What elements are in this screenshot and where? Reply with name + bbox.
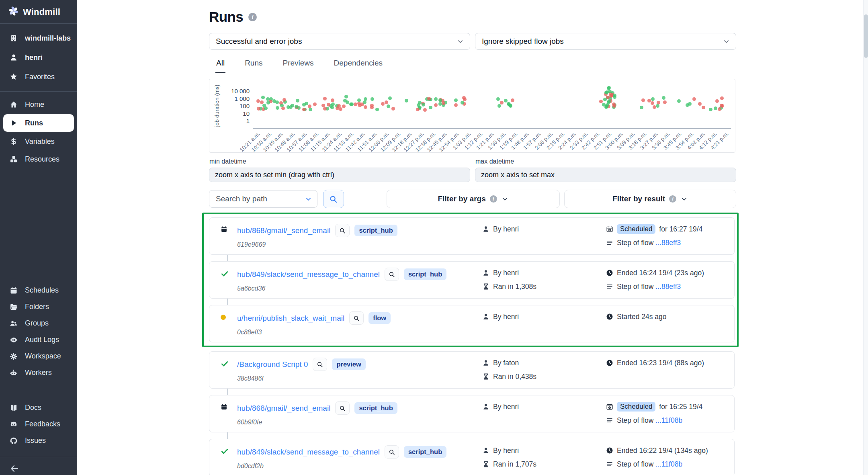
run-path-link[interactable]: hub/868/gmail/_send_email [237,404,330,413]
job-point[interactable] [385,100,388,104]
job-point[interactable] [434,97,438,101]
collapse-sidebar-button[interactable] [10,464,19,473]
sidebar-item-folders[interactable]: Folders [0,299,77,315]
job-point[interactable] [718,107,721,111]
job-point[interactable] [313,102,317,106]
brand[interactable]: Windmill [0,0,77,24]
run-path-link[interactable]: hub/868/gmail/_send_email [237,226,330,235]
run-card[interactable]: /Background Script 0preview38c8486fBy fa… [209,351,735,389]
job-point[interactable] [423,108,427,112]
job-point[interactable] [720,96,724,100]
sidebar-item-user[interactable]: henri [0,48,77,67]
flow-link[interactable]: ...88eff3 [655,239,681,247]
run-card[interactable]: hub/849/slack/send_message_to_channelscr… [209,261,735,299]
job-point[interactable] [283,98,286,102]
inspect-run-button[interactable] [385,445,399,459]
search-button[interactable] [323,190,344,208]
run-path-link[interactable]: /Background Script 0 [237,360,308,369]
job-point[interactable] [454,103,458,107]
job-point[interactable] [354,102,357,106]
job-point[interactable] [612,104,616,108]
job-point[interactable] [653,105,656,109]
sidebar-item-workspace-settings[interactable]: Workspace [0,348,77,364]
sidebar-item-groups[interactable]: Groups [0,315,77,332]
job-point[interactable] [442,101,445,105]
sidebar-item-workers[interactable]: Workers [0,364,77,381]
job-point[interactable] [463,98,467,101]
job-point[interactable] [656,104,659,108]
sidebar-item-feedbacks[interactable]: Feedbacks [0,416,77,432]
job-point[interactable] [339,107,342,111]
job-point[interactable] [350,102,354,106]
job-point[interactable] [709,108,712,111]
job-point[interactable] [416,108,420,111]
job-point[interactable] [331,98,334,102]
inspect-run-button[interactable] [349,311,364,325]
run-card[interactable]: hub/849/slack/send_message_to_channelscr… [209,439,735,475]
job-point[interactable] [692,97,696,101]
job-point[interactable] [308,104,311,108]
job-point[interactable] [640,106,643,109]
job-point[interactable] [344,95,348,98]
job-point[interactable] [504,99,508,102]
run-card[interactable]: u/henri/publish_slack_wait_mailflow0c88e… [209,305,735,342]
sidebar-item-issues[interactable]: Issues [0,432,77,449]
job-point[interactable] [364,97,367,101]
job-point[interactable] [511,98,514,102]
job-point[interactable] [500,101,504,104]
job-point[interactable] [289,105,293,109]
job-point[interactable] [429,106,432,109]
job-point[interactable] [677,99,681,103]
job-point[interactable] [651,97,655,101]
job-point[interactable] [323,107,327,111]
job-point[interactable] [302,103,306,106]
job-point[interactable] [605,90,609,94]
inspect-run-button[interactable] [385,268,399,281]
inspect-run-button[interactable] [335,224,350,237]
job-point[interactable] [662,96,665,100]
search-by-path-select[interactable]: Search by path [209,190,317,208]
inspect-run-button[interactable] [335,401,350,415]
job-point[interactable] [417,103,420,107]
job-point[interactable] [663,100,667,104]
job-point[interactable] [702,106,705,109]
sidebar-item-schedules[interactable]: Schedules [0,282,77,299]
job-point[interactable] [388,96,392,100]
job-point[interactable] [343,99,347,102]
job-point[interactable] [454,98,458,102]
job-kind-select[interactable]: Successful and error jobs [209,33,470,50]
job-point[interactable] [262,104,266,107]
skipped-flows-select[interactable]: Ignore skipped flow jobs [475,33,736,50]
job-point[interactable] [715,99,719,103]
job-point[interactable] [309,108,312,111]
job-point[interactable] [261,96,265,99]
job-point[interactable] [422,103,425,106]
run-card[interactable]: hub/868/gmail/_send_emailscript_hub60b9f… [209,395,735,432]
job-point[interactable] [686,103,689,107]
job-point[interactable] [496,97,500,101]
job-point[interactable] [599,100,603,103]
inspect-run-button[interactable] [313,358,327,371]
job-point[interactable] [438,98,442,102]
job-point[interactable] [603,98,607,101]
job-point[interactable] [256,99,260,103]
job-point[interactable] [331,102,335,106]
tab-all[interactable]: All [215,56,225,73]
max-datetime-input[interactable]: zoom x axis to set max [475,168,736,182]
job-point[interactable] [330,106,334,109]
run-path-link[interactable]: u/henri/publish_slack_wait_mail [237,314,344,323]
tab-runs[interactable]: Runs [244,56,263,73]
job-point[interactable] [323,97,327,100]
job-point[interactable] [266,101,270,104]
run-path-link[interactable]: hub/849/slack/send_message_to_channel [237,270,380,279]
sidebar-item-audit-logs[interactable]: Audit Logs [0,332,77,348]
job-point[interactable] [358,104,362,107]
job-point[interactable] [427,97,431,100]
job-point[interactable] [296,99,299,102]
filter-by-args-button[interactable]: Filter by args i [387,190,560,208]
flow-link[interactable]: ...11f08b [655,416,682,424]
job-point[interactable] [641,98,645,102]
tab-previews[interactable]: Previews [282,56,314,73]
job-point[interactable] [607,100,611,103]
sidebar-item-workspace[interactable]: windmill-labs [0,29,77,48]
